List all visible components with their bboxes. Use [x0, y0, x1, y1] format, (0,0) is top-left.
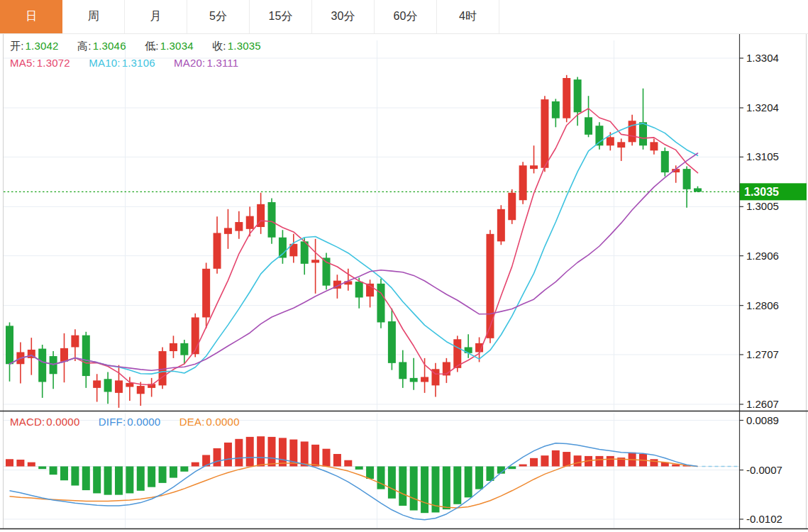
candle-body — [453, 339, 461, 368]
open-label: 开: — [10, 40, 24, 52]
macd-histogram-bar — [486, 467, 494, 481]
macd-histogram-bar — [595, 456, 603, 467]
candlestick-macd-chart[interactable]: 1.33041.32041.31051.30051.29061.28061.27… — [0, 0, 808, 532]
candle-body — [6, 326, 13, 364]
macd-histogram-bar — [126, 467, 133, 494]
candle-body — [192, 317, 199, 354]
high-value: 1.3046 — [93, 40, 126, 52]
macd-histogram-bar — [421, 467, 428, 514]
candle-body — [126, 383, 133, 387]
candle-body — [50, 356, 57, 374]
tab-day[interactable]: 日 — [0, 0, 62, 33]
macd-legend: MACD:0.0000 DIFF:0.0000 DEA:0.0000 — [10, 416, 241, 428]
tab-5min[interactable]: 5分 — [187, 0, 250, 33]
candle-body — [202, 269, 210, 318]
tab-month[interactable]: 月 — [125, 0, 187, 33]
diff-label: DIFF: — [99, 416, 126, 428]
macd-histogram-bar — [410, 467, 418, 511]
low-label: 低: — [145, 40, 159, 52]
ma5-label: MA5: — [10, 57, 35, 69]
current-price-badge-value: 1.3035 — [744, 186, 779, 198]
macd-histogram-bar — [333, 454, 341, 467]
ma10-label: MA10: — [89, 57, 120, 69]
macd-histogram-bar — [82, 467, 90, 491]
price-axis-label: 1.3105 — [746, 150, 779, 162]
price-axis-label: 1.2806 — [746, 299, 779, 311]
dea-value: 0.0000 — [206, 416, 240, 428]
candle-body — [508, 193, 516, 221]
macd-histogram-bar — [192, 462, 199, 467]
macd-histogram-bar — [148, 467, 155, 487]
trading-chart-page: 日 周 月 5分 15分 30分 60分 4时 1.33041.32041.31… — [0, 0, 808, 532]
tab-30min[interactable]: 30分 — [312, 0, 375, 33]
candle-body — [355, 282, 363, 297]
candle-body — [388, 321, 396, 363]
price-axis-label: 1.3304 — [746, 52, 779, 64]
low-value: 1.3034 — [160, 40, 194, 52]
macd-histogram-bar — [115, 467, 123, 495]
macd-histogram-bar — [224, 443, 232, 467]
macd-histogram-bar — [159, 467, 167, 483]
candle-body — [639, 122, 647, 145]
macd-histogram-bar — [71, 467, 79, 486]
macd-histogram-bar — [465, 467, 472, 498]
candle-body — [410, 378, 418, 382]
close-value: 1.3035 — [228, 40, 261, 52]
macd-histogram-bar — [519, 465, 527, 467]
macd-histogram-bar — [180, 467, 188, 472]
macd-histogram-bar — [377, 467, 384, 489]
candle-body — [224, 228, 232, 233]
macd-histogram-bar — [279, 438, 287, 466]
candle-body — [104, 379, 112, 392]
candle-body — [519, 165, 527, 200]
tab-4hour[interactable]: 4时 — [437, 0, 499, 33]
macd-histogram-bar — [16, 460, 24, 466]
candle-body — [497, 209, 505, 242]
macd-histogram-bar — [366, 467, 374, 480]
tab-60min[interactable]: 60分 — [375, 0, 437, 33]
price-axis-label: 1.2707 — [746, 348, 779, 360]
macd-histogram-bar — [104, 467, 112, 495]
macd-histogram-bar — [650, 459, 658, 466]
candle-body — [574, 79, 582, 112]
macd-histogram-bar — [268, 437, 276, 467]
macd-histogram-bar — [552, 450, 560, 467]
macd-label: MACD: — [10, 416, 45, 428]
macd-histogram-bar — [246, 437, 254, 467]
price-axis-label: 1.3204 — [746, 101, 779, 113]
candle-body — [694, 188, 702, 192]
ma5-value: 1.3072 — [37, 57, 70, 69]
macd-histogram-bar — [214, 448, 221, 467]
candle-body — [38, 349, 46, 382]
candle-body — [617, 142, 625, 148]
candle-body — [552, 101, 560, 118]
macd-histogram-bar — [6, 459, 13, 466]
candle-body — [541, 99, 548, 168]
diff-value: 0.0000 — [127, 416, 160, 428]
price-axis-label: 1.2607 — [746, 398, 779, 410]
macd-histogram-bar — [541, 455, 548, 466]
candle-body — [235, 222, 243, 231]
candle-body — [421, 377, 428, 382]
candle-body — [399, 362, 406, 379]
candle-body — [246, 216, 254, 229]
candle-body — [585, 117, 592, 135]
candle-body — [563, 78, 570, 118]
close-label: 收: — [212, 40, 226, 52]
candle-body — [115, 380, 123, 393]
macd-histogram-bar — [60, 467, 68, 481]
macd-histogram-bar — [344, 460, 352, 467]
tab-15min[interactable]: 15分 — [250, 0, 312, 33]
ma20-value: 1.3111 — [206, 57, 238, 69]
dea-label: DEA: — [179, 416, 205, 428]
macd-histogram-bar — [399, 467, 406, 506]
candle-body — [377, 284, 384, 323]
candle-body — [60, 348, 68, 362]
candle-body — [607, 137, 614, 145]
candle-body — [268, 202, 276, 238]
candle-body — [279, 238, 287, 258]
macd-histogram-bar — [257, 436, 265, 466]
candle-body — [650, 142, 658, 150]
tab-week[interactable]: 周 — [62, 0, 125, 33]
macd-axis-label: -0.0007 — [746, 464, 782, 476]
